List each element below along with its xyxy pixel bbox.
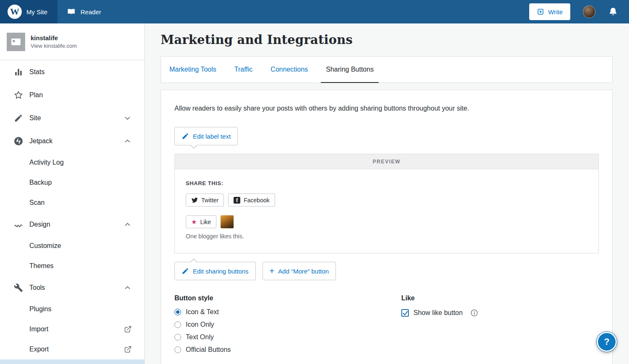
- sidebar-item-activity-log[interactable]: Activity Log: [0, 152, 144, 173]
- sidebar-item-label: Export: [29, 346, 49, 353]
- sidebar-item-label: Customize: [29, 242, 61, 250]
- tab-traffic[interactable]: Traffic: [234, 57, 254, 83]
- sidebar-item-selected-partial[interactable]: [0, 359, 144, 364]
- chevron-up-icon: [123, 137, 132, 145]
- add-more-button[interactable]: + Add “More” button: [263, 262, 336, 280]
- sidebar-item-backup[interactable]: Backup: [0, 173, 144, 193]
- sharing-buttons-panel: Allow readers to easily share your posts…: [161, 90, 613, 364]
- design-squiggle-icon: [13, 219, 23, 230]
- facebook-share-button[interactable]: f Facebook: [228, 194, 275, 207]
- radio-button-selected[interactable]: [174, 309, 181, 315]
- sidebar-item-label: Design: [29, 221, 50, 228]
- preview-panel: PREVIEW SHARE THIS: Twitter f Facebook: [174, 154, 599, 253]
- sidebar-item-plan[interactable]: Plan: [0, 83, 144, 106]
- sidebar: kinstalife View kinstalife.com Stats Pla…: [0, 23, 145, 364]
- pencil-icon: [182, 267, 189, 275]
- page-title: Marketing and Integrations: [161, 33, 613, 47]
- write-button[interactable]: Write: [529, 3, 570, 20]
- radio-button[interactable]: [174, 334, 181, 341]
- site-card[interactable]: kinstalife View kinstalife.com: [0, 23, 144, 60]
- jetpack-icon: [13, 136, 23, 146]
- user-avatar[interactable]: [583, 5, 595, 18]
- sidebar-item-label: Jetpack: [29, 137, 52, 145]
- tab-label: Connections: [270, 66, 308, 73]
- show-like-button-checkbox[interactable]: [401, 309, 409, 317]
- help-button[interactable]: ?: [597, 332, 617, 352]
- radio-icon-and-text[interactable]: Icon & Text: [174, 306, 401, 318]
- sidebar-item-export[interactable]: Export: [0, 339, 144, 359]
- radio-label: Icon Only: [186, 321, 214, 328]
- sidebar-item-scan[interactable]: Scan: [0, 193, 144, 213]
- wrench-icon: [13, 283, 23, 293]
- sidebar-item-stats[interactable]: Stats: [0, 60, 144, 83]
- sidebar-item-label: Import: [29, 325, 48, 333]
- radio-icon-only[interactable]: Icon Only: [174, 318, 401, 331]
- chevron-up-icon: [123, 220, 132, 229]
- edit-sharing-buttons-label: Edit sharing buttons: [193, 268, 249, 275]
- twitter-share-button[interactable]: Twitter: [186, 194, 224, 207]
- sidebar-item-design[interactable]: Design: [0, 213, 144, 236]
- my-site-label: My Site: [26, 8, 47, 15]
- notifications-bell-icon[interactable]: [608, 7, 618, 17]
- create-post-icon: [537, 8, 544, 15]
- sidebar-item-themes[interactable]: Themes: [0, 256, 144, 276]
- share-this-label: SHARE THIS:: [186, 180, 587, 186]
- facebook-icon: f: [234, 197, 240, 204]
- sidebar-item-label: Tools: [29, 284, 45, 292]
- tab-sharing-buttons[interactable]: Sharing Buttons: [325, 57, 374, 83]
- star-icon: [13, 90, 23, 100]
- likes-count-text: One blogger likes this.: [186, 233, 587, 240]
- preview-heading: PREVIEW: [175, 154, 598, 169]
- sidebar-item-label: Backup: [29, 179, 52, 186]
- site-name: kinstalife: [31, 34, 77, 41]
- tab-label: Traffic: [234, 66, 253, 73]
- chevron-down-icon: [123, 114, 132, 122]
- sidebar-item-customize[interactable]: Customize: [0, 236, 144, 256]
- radio-official-buttons[interactable]: Official Buttons: [174, 343, 401, 356]
- sidebar-item-site[interactable]: Site: [0, 106, 144, 129]
- view-site-link[interactable]: View kinstalife.com: [31, 43, 77, 49]
- chevron-up-icon: [123, 284, 132, 292]
- show-like-button-row[interactable]: Show like button: [401, 307, 478, 319]
- my-site-button[interactable]: W My Site: [0, 0, 57, 23]
- external-link-icon: [124, 325, 132, 333]
- pencil-icon: [182, 132, 189, 140]
- pencil-icon: [13, 113, 23, 123]
- radio-label: Icon & Text: [186, 308, 219, 316]
- add-more-label: Add “More” button: [278, 268, 329, 275]
- tab-marketing-tools[interactable]: Marketing Tools: [169, 57, 217, 83]
- tab-label: Sharing Buttons: [326, 66, 374, 73]
- radio-button[interactable]: [174, 346, 181, 353]
- section-tabs: Marketing Tools Traffic Connections Shar…: [161, 56, 613, 83]
- radio-button[interactable]: [174, 321, 181, 328]
- sharing-description: Allow readers to easily share your posts…: [174, 103, 599, 114]
- reader-label: Reader: [81, 8, 101, 15]
- reader-button[interactable]: Reader: [57, 0, 110, 23]
- main-content: Marketing and Integrations Marketing Too…: [145, 23, 629, 364]
- radio-text-only[interactable]: Text Only: [174, 331, 401, 343]
- write-label: Write: [548, 8, 563, 15]
- sidebar-item-plugins[interactable]: Plugins: [0, 299, 144, 319]
- sidebar-item-import[interactable]: Import: [0, 319, 144, 339]
- liker-avatar[interactable]: [221, 215, 234, 228]
- twitter-label: Twitter: [201, 197, 218, 204]
- edit-sharing-buttons-button[interactable]: Edit sharing buttons: [174, 262, 256, 280]
- wordpress-logo-icon: W: [8, 5, 22, 19]
- checkbox-label: Show like button: [413, 309, 463, 317]
- sidebar-item-jetpack[interactable]: Jetpack: [0, 129, 144, 152]
- edit-label-text-button[interactable]: Edit label text: [174, 127, 238, 145]
- plus-icon: +: [270, 267, 275, 275]
- radio-label: Text Only: [186, 333, 214, 341]
- sidebar-item-tools[interactable]: Tools: [0, 276, 144, 299]
- tab-connections[interactable]: Connections: [270, 57, 309, 83]
- like-button[interactable]: ★ Like: [186, 215, 216, 228]
- button-style-heading: Button style: [174, 294, 401, 302]
- edit-label-text-label: Edit label text: [193, 133, 231, 140]
- stats-icon: [13, 67, 23, 77]
- sidebar-item-label: Activity Log: [29, 159, 64, 166]
- reader-icon: [67, 7, 76, 16]
- info-icon[interactable]: [470, 309, 478, 317]
- like-star-icon: ★: [191, 219, 197, 225]
- sidebar-item-label: Plan: [29, 91, 43, 99]
- sidebar-item-label: Stats: [29, 68, 44, 76]
